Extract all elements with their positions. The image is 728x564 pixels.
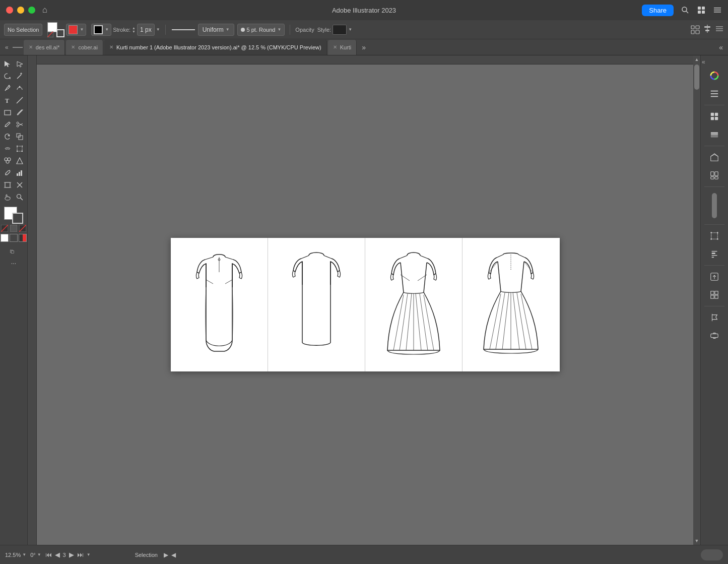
no-color-swatch-mid[interactable]	[10, 225, 17, 232]
tab-des-ell[interactable]: ✕ des ell.ai*	[24, 40, 65, 55]
next-page-btn[interactable]: ▶	[69, 551, 74, 558]
style-dropdown[interactable]: ▼	[348, 27, 352, 32]
right-panel-collapse-btn[interactable]: «	[702, 58, 705, 66]
stroke-value-input[interactable]: 1 px	[137, 24, 155, 36]
right-panel-scroll-thumb[interactable]	[712, 193, 717, 218]
play-btn[interactable]: ▶	[164, 551, 168, 558]
fill-color-picker[interactable]: ▼	[66, 24, 86, 36]
free-transform-tool[interactable]	[14, 143, 25, 154]
curvature-tool[interactable]	[14, 83, 25, 94]
scroll-down-btn[interactable]: ▼	[693, 537, 700, 545]
tab-close-kurti[interactable]: ✕	[333, 44, 337, 50]
scale-tool[interactable]	[14, 131, 25, 142]
page-dropdown-arrow[interactable]: ▼	[87, 552, 91, 557]
hand-tool[interactable]	[2, 192, 13, 203]
duplicate-tool[interactable]	[3, 246, 25, 257]
maximize-button[interactable]	[28, 7, 35, 14]
rectangle-tool[interactable]	[2, 107, 13, 118]
stroke-spinner[interactable]: ▲▼	[132, 26, 136, 33]
lasso-tool[interactable]	[2, 71, 13, 82]
style-swatch[interactable]	[333, 25, 347, 35]
eyedropper-tool[interactable]	[2, 167, 13, 178]
properties-panel-btn[interactable]	[705, 86, 724, 102]
tab-close-kurti-main[interactable]: ✕	[109, 44, 113, 50]
slice-tool[interactable]	[14, 179, 25, 191]
round-cap-selector[interactable]: 5 pt. Round ▼	[237, 24, 285, 36]
first-page-btn[interactable]: ⏮	[45, 551, 52, 558]
grid-layout-btn[interactable]	[705, 287, 724, 303]
warp-tool[interactable]	[2, 143, 13, 154]
color-mode-black[interactable]	[10, 234, 18, 242]
angle-dropdown-arrow[interactable]: ▼	[37, 552, 41, 557]
dot-menu-tool[interactable]	[3, 258, 25, 269]
panel-layout-icon[interactable]	[697, 6, 706, 15]
line-tool[interactable]	[14, 95, 25, 106]
status-toggle[interactable]	[701, 549, 723, 560]
last-page-btn[interactable]: ⏭	[77, 551, 84, 558]
tab-close-cober[interactable]: ✕	[71, 44, 75, 50]
scroll-thumb[interactable]	[694, 65, 699, 90]
chart-tool[interactable]	[14, 167, 25, 178]
back-btn[interactable]: ◀	[171, 551, 176, 558]
share-button[interactable]: Share	[642, 5, 674, 16]
stroke-color-picker[interactable]: ▼	[91, 24, 111, 36]
color-mode-none[interactable]	[19, 234, 27, 242]
align-distribute-icon[interactable]	[703, 24, 712, 35]
pen-tool[interactable]	[2, 83, 13, 94]
tab-kurti-main[interactable]: ✕ Kurti number 1 (Adobe Illustrator 2023…	[104, 40, 327, 55]
layers-btn[interactable]	[705, 127, 724, 143]
scrollbar-vertical[interactable]: ▲ ▼	[693, 55, 700, 545]
tab-bar-collapse[interactable]: «	[2, 44, 12, 51]
tab-close-des-ell[interactable]: ✕	[29, 44, 33, 50]
menu-icon[interactable]	[713, 6, 722, 15]
zoom-tool[interactable]	[14, 192, 25, 203]
color-mode-normal[interactable]	[1, 234, 9, 242]
perspective-tool[interactable]	[14, 155, 25, 166]
search-icon[interactable]	[681, 6, 690, 15]
export-btn[interactable]	[705, 269, 724, 285]
fill-stroke-selector[interactable]	[47, 22, 64, 37]
color-wheel-btn[interactable]	[705, 68, 724, 84]
tab-label-des-ell: des ell.ai*	[36, 44, 60, 50]
close-button[interactable]	[6, 7, 13, 14]
transform2-btn[interactable]	[705, 328, 724, 344]
magic-wand-tool[interactable]	[14, 71, 25, 82]
type-tool[interactable]: T	[2, 95, 13, 106]
stroke-uniform-dropdown[interactable]: Uniform ▼	[198, 24, 234, 36]
scissors-tool[interactable]	[14, 119, 25, 130]
tab-cober[interactable]: ✕ cober.ai	[66, 40, 103, 55]
flag-btn[interactable]	[705, 309, 724, 326]
pencil-tools	[0, 119, 27, 130]
tab-overflow-btn[interactable]: »	[358, 43, 370, 51]
align-btn[interactable]	[705, 246, 724, 262]
no-color-swatch-right[interactable]	[19, 225, 26, 232]
svg-point-126	[710, 238, 712, 240]
home-icon[interactable]: ⌂	[40, 6, 49, 15]
artboard-tool[interactable]	[2, 179, 13, 191]
tab-bar-right-collapse[interactable]: «	[716, 43, 726, 51]
fill-stroke-large[interactable]	[3, 207, 24, 224]
artboard-panel-1	[171, 238, 268, 371]
paintbrush-tool[interactable]	[14, 107, 25, 118]
properties-icon[interactable]	[715, 24, 724, 35]
prev-page-btn[interactable]: ◀	[55, 551, 60, 558]
zoom-dropdown-arrow[interactable]: ▼	[22, 552, 26, 557]
selection-tool[interactable]	[2, 58, 13, 70]
arrange-icons[interactable]	[691, 25, 700, 34]
pencil-tool[interactable]	[2, 119, 13, 130]
scroll-up-btn[interactable]: ▲	[693, 55, 700, 64]
svg-rect-116	[711, 133, 718, 134]
stroke-style-section: Uniform ▼	[171, 24, 234, 36]
minimize-button[interactable]	[17, 7, 24, 14]
ruler-indicator	[13, 47, 23, 48]
no-color-swatch-left[interactable]	[1, 225, 8, 232]
rotate-tool[interactable]	[2, 131, 13, 142]
transform-btn[interactable]	[705, 228, 724, 244]
direct-selection-tool[interactable]	[14, 58, 25, 70]
libraries-btn[interactable]	[705, 108, 724, 124]
stroke-unit-dropdown[interactable]: ▼	[156, 27, 160, 32]
tab-kurti[interactable]: ✕ Kurti	[328, 40, 357, 55]
assets-btn[interactable]	[705, 149, 724, 165]
artboards-btn[interactable]	[705, 167, 724, 183]
shape-builder-tool[interactable]	[2, 155, 13, 166]
